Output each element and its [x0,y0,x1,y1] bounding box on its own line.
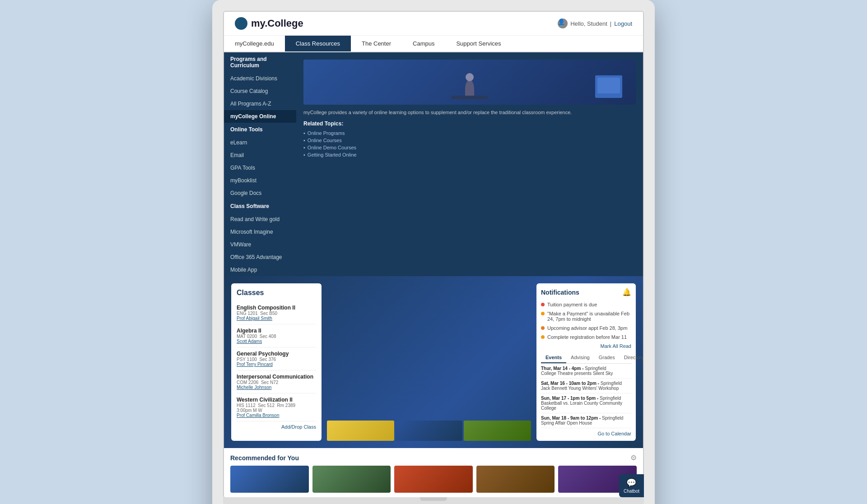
header-user: 👤 Hello, Student | Logout [558,18,632,28]
dropdown-right-panel: myCollege provides a variety of online l… [296,52,643,276]
rec-grid [230,466,637,493]
rec-item-4[interactable] [476,466,555,493]
dropdown-section-online-tools: Online Tools [224,123,296,136]
event-desc-2: Jack Bennett Young Writers' Workshop [541,386,631,391]
class-name-psychology: General Psychology [237,351,316,357]
dropdown-item-course-catalog[interactable]: Course Catalog [224,85,296,97]
class-name-communication: Interpersonal Communication [237,374,316,380]
class-prof-psychology[interactable]: Prof Terry Pincard [237,362,316,367]
dropdown-item-academic-divisions[interactable]: Academic Divisions [224,72,296,85]
nav-item-support-services[interactable]: Support Services [445,36,512,51]
notif-text-payment: "Make a Payment" is unavailable Feb 24, … [547,311,631,322]
tab-grades[interactable]: Grades [594,352,620,363]
thumbnails-row [327,421,531,441]
event-item-4: Sun, Mar 18 - 9am to 12pm - Springfield … [541,413,631,428]
notif-item-payment: "Make a Payment" is unavailable Feb 24, … [541,309,631,324]
notif-text-advisor: Upcoming advisor appt Feb 28, 3pm [547,325,627,331]
event-location-2: Springfield [601,381,622,386]
dropdown-menu: Programs and Curriculum Academic Divisio… [224,52,643,276]
related-item-online-courses[interactable]: Online Courses [303,137,636,144]
logout-link[interactable]: Logout [614,20,632,27]
go-to-calendar-link[interactable]: Go to Calendar [541,431,631,436]
dropdown-item-vmware[interactable]: VMWare [224,238,296,251]
event-desc-1: College Theatre presents Silent Sky [541,371,631,376]
notif-text-registration: Complete registration before Mar 11 [547,334,627,340]
class-item-english: English Composition II ENG 1201 Sec B50 … [237,301,316,324]
nav-item-the-center[interactable]: The Center [351,36,402,51]
notif-item-registration: Complete registration before Mar 11 [541,333,631,342]
event-date-2: Sat, Mar 16 - 10am to 2pm - [541,381,599,386]
center-area [327,283,531,441]
dropdown-section-class-software: Class Software [224,199,296,213]
rec-item-1[interactable] [230,466,309,493]
related-item-online-demo-courses[interactable]: Online Demo Courses [303,144,636,151]
class-prof-western-civ[interactable]: Prof Camilla Bronson [237,413,316,418]
thumbnail-3 [464,421,531,441]
class-prof-communication[interactable]: Michelle Johnson [237,385,316,390]
class-item-western-civ: Western Civilization II HIS 1112 Sec 512… [237,393,316,421]
separator: | [610,20,611,27]
nav-item-mycollege[interactable]: myCollege.edu [224,36,285,51]
event-location-1: Springfield [585,366,606,371]
logo-text: my.College [251,18,303,29]
dropdown-item-mobile-app[interactable]: Mobile App [224,264,296,276]
class-item-algebra: Algebra II MAT 0200 Sec 408 Scott Adams [237,324,316,347]
class-info-algebra: MAT 0200 Sec 408 [237,334,316,339]
notif-item-advisor: Upcoming advisor appt Feb 28, 3pm [541,324,631,333]
event-date-1: Thur, Mar 14 - 4pm - [541,366,583,371]
dropdown-item-mycollege-online[interactable]: myCollege Online [224,110,296,123]
notif-dot-yellow-1 [541,312,545,315]
thumbnail-1 [327,421,394,441]
class-item-communication: Interpersonal Communication COM 2206 Sec… [237,370,316,393]
rec-item-3[interactable] [394,466,473,493]
related-topics-title: Related Topics: [303,120,636,127]
dropdown-item-read-write-gold[interactable]: Read and Write gold [224,213,296,226]
chatbot-icon: 💬 [624,478,639,488]
class-prof-english[interactable]: Prof Abigail Smith [237,316,316,321]
class-info-psychology: PSY 1100 Sec 376 [237,357,316,362]
mark-all-read-button[interactable]: Mark All Read [541,343,631,349]
dropdown-item-email[interactable]: Email [224,149,296,162]
tab-events[interactable]: Events [541,352,566,363]
event-location-3: Springfield [600,396,621,401]
tab-directory[interactable]: Directory [620,352,644,363]
event-date-3: Sun, Mar 17 - 1pm to 5pm - [541,396,598,401]
class-name-english: English Composition II [237,305,316,311]
dropdown-item-microsoft-imagine[interactable]: Microsoft Imagine [224,226,296,238]
event-item-3: Sun, Mar 17 - 1pm to 5pm - Springfield B… [541,393,631,413]
notif-dot-orange [541,326,545,330]
dropdown-item-all-programs[interactable]: All Programs A-Z [224,97,296,110]
notif-item-tuition: Tuition payment is due [541,300,631,309]
nav-item-campus[interactable]: Campus [402,36,445,51]
dropdown-section-programs: Programs and Curriculum [224,52,296,72]
rec-gear-icon[interactable]: ⚙ [630,453,637,462]
rec-title: Recommended for You [230,454,299,462]
related-item-online-programs[interactable]: Online Programs [303,129,636,137]
class-name-western-civ: Western Civilization II [237,397,316,403]
dropdown-hero-image [303,60,636,105]
chatbot-button[interactable]: 💬 Chatbot [619,474,644,497]
dropdown-item-gpa-tools[interactable]: GPA Tools [224,162,296,174]
notif-text-tuition: Tuition payment is due [547,302,597,307]
class-prof-algebra[interactable]: Scott Adams [237,339,316,344]
related-item-getting-started-online[interactable]: Getting Started Online [303,151,636,158]
class-name-algebra: Algebra II [237,328,316,334]
tab-advising[interactable]: Advising [566,352,594,363]
add-drop-link[interactable]: Add/Drop Class [237,424,316,430]
logo-circle [235,17,247,30]
tabs-bar: Events Advising Grades Directory [541,352,631,364]
dropdown-item-mybooklist[interactable]: myBooklist [224,174,296,187]
notif-bell-icon[interactable]: 🔔 [622,288,631,296]
class-info-english: ENG 1201 Sec B50 [237,311,316,316]
rec-item-2[interactable] [312,466,391,493]
dropdown-item-elearn[interactable]: eLearn [224,136,296,149]
notifications-panel: Notifications 🔔 Tuition payment is due "… [536,283,636,441]
dropdown-item-office365[interactable]: Office 365 Advantage [224,251,296,264]
event-location-4: Springfield [602,416,623,421]
event-item-2: Sat, Mar 16 - 10am to 2pm - Springfield … [541,379,631,393]
notif-dot-red [541,303,545,306]
dropdown-item-google-docs[interactable]: Google Docs [224,187,296,199]
dropdown-description: myCollege provides a variety of online l… [303,109,636,116]
nav-item-class-resources[interactable]: Class Resources [285,36,351,51]
recommended-section: Recommended for You ⚙ [224,449,643,497]
